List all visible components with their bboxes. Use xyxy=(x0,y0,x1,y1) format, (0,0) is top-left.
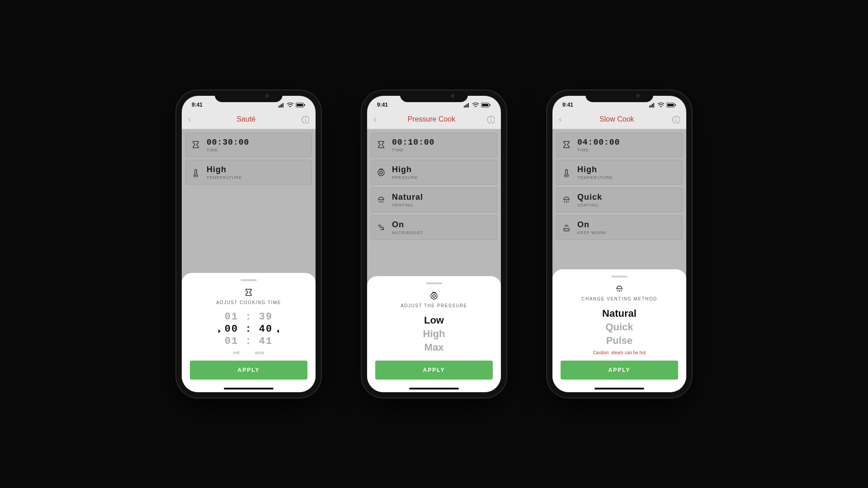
caution-text: Caution: steam can be hot xyxy=(593,350,646,355)
info-button[interactable] xyxy=(672,115,680,123)
device-notch xyxy=(215,90,283,102)
vent-icon xyxy=(377,196,386,205)
phone-slow-cook: 9:41 ‹ Slow Cook 04:00:00 TIME xyxy=(547,90,692,398)
home-indicator[interactable] xyxy=(594,388,644,389)
setting-value: On xyxy=(577,220,606,230)
setting-value: 00:30:00 xyxy=(207,138,249,147)
setting-time[interactable]: 04:00:00 TIME xyxy=(556,133,683,157)
picker-row: 01 : 41 xyxy=(225,336,273,347)
setting-venting[interactable]: Quick VENTING xyxy=(556,188,683,212)
setting-label: KEEP WARM xyxy=(577,230,606,235)
setting-value: High xyxy=(392,165,418,174)
option-item[interactable]: Pulse xyxy=(606,335,633,347)
setting-time[interactable]: 00:10:00 TIME xyxy=(371,133,497,157)
keep-warm-icon xyxy=(562,223,571,232)
apply-button[interactable]: APPLY xyxy=(375,361,493,380)
signal-icon xyxy=(649,102,656,108)
hourglass-icon xyxy=(377,141,386,150)
option-item[interactable]: Quick xyxy=(605,321,633,333)
bottom-sheet: CHANGE VENTING METHOD Natural Quick Puls… xyxy=(552,269,686,392)
setting-value: High xyxy=(207,165,242,174)
page-title: Sauté xyxy=(236,115,255,123)
status-time: 9:41 xyxy=(377,102,388,108)
option-picker[interactable]: Low High Max xyxy=(423,314,445,353)
wifi-icon xyxy=(287,102,294,108)
setting-label: TIME xyxy=(392,148,434,152)
setting-label: TIME xyxy=(577,148,620,152)
page-title: Slow Cook xyxy=(599,115,634,123)
option-picker[interactable]: Natural Quick Pulse xyxy=(602,308,637,347)
wifi-icon xyxy=(472,102,479,108)
vent-icon xyxy=(615,285,624,294)
setting-label: TEMPERATURE xyxy=(207,175,242,180)
setting-keep-warm[interactable]: On KEEP WARM xyxy=(556,215,683,240)
setting-value: Quick xyxy=(577,192,602,202)
nav-bar: ‹ Sauté xyxy=(182,111,316,129)
setting-value: 04:00:00 xyxy=(577,138,620,147)
battery-icon xyxy=(481,102,491,108)
home-indicator[interactable] xyxy=(409,388,459,389)
setting-time[interactable]: 00:30:00 TIME xyxy=(185,133,312,157)
sheet-title: ADJUST THE PRESSURE xyxy=(401,303,467,308)
sheet-grabber[interactable] xyxy=(426,282,442,284)
battery-icon xyxy=(296,102,306,108)
device-notch xyxy=(400,90,468,102)
hourglass-icon xyxy=(191,141,200,150)
phone-saute: 9:41 ‹ Sauté 00:30:00 TIME xyxy=(176,90,321,398)
back-button[interactable]: ‹ xyxy=(373,114,377,124)
battery-icon xyxy=(666,102,676,108)
setting-label: PRESSURE xyxy=(392,175,418,180)
sheet-grabber[interactable] xyxy=(611,276,627,277)
thermometer-icon xyxy=(191,168,200,177)
option-item[interactable]: High xyxy=(423,328,445,340)
setting-label: VENTING xyxy=(392,203,423,207)
setting-value: High xyxy=(577,165,613,174)
apply-button[interactable]: APPLY xyxy=(561,361,678,380)
setting-label: TIME xyxy=(207,148,249,152)
pressure-icon xyxy=(429,291,439,300)
sheet-title: CHANGE VENTING METHOD xyxy=(581,296,657,301)
sheet-grabber[interactable] xyxy=(241,279,257,281)
setting-label: TEMPERATURE xyxy=(577,175,613,180)
nutriboost-icon xyxy=(377,223,386,232)
back-button[interactable]: ‹ xyxy=(559,114,562,124)
picker-unit-labels: HR MIN xyxy=(233,351,264,355)
signal-icon xyxy=(278,102,285,108)
signal-icon xyxy=(464,102,470,108)
setting-nutriboost[interactable]: On NUTRIBOOST xyxy=(371,215,497,240)
apply-button[interactable]: APPLY xyxy=(190,361,307,380)
back-button[interactable]: ‹ xyxy=(188,114,191,124)
setting-pressure[interactable]: High PRESSURE xyxy=(371,160,497,185)
option-item[interactable]: Natural xyxy=(602,308,637,319)
status-time: 9:41 xyxy=(192,102,203,108)
bottom-sheet: ADJUST THE PRESSURE Low High Max APPLY xyxy=(367,276,501,392)
setting-value: On xyxy=(392,220,423,230)
setting-venting[interactable]: Natural VENTING xyxy=(371,188,497,212)
home-indicator[interactable] xyxy=(224,388,274,389)
phone-pressure-cook: 9:41 ‹ Pressure Cook 00:10:00 TIME xyxy=(362,90,506,398)
device-notch xyxy=(585,90,653,102)
bottom-sheet: ADJUST COOKING TIME 01 : 39 00 : 40 01 :… xyxy=(182,273,316,392)
info-button[interactable] xyxy=(486,115,495,123)
nav-bar: ‹ Slow Cook xyxy=(552,111,686,129)
nav-bar: ‹ Pressure Cook xyxy=(367,111,501,129)
thermometer-icon xyxy=(562,168,571,177)
vent-icon xyxy=(562,196,571,205)
hourglass-icon xyxy=(562,141,571,150)
setting-value: Natural xyxy=(392,192,423,202)
option-item[interactable]: Max xyxy=(425,342,444,353)
setting-label: VENTING xyxy=(577,203,602,207)
setting-temperature[interactable]: High TEMPERATURE xyxy=(185,160,312,185)
page-title: Pressure Cook xyxy=(407,115,455,123)
setting-label: NUTRIBOOST xyxy=(392,230,423,235)
pressure-icon xyxy=(377,168,386,177)
time-picker[interactable]: 01 : 39 00 : 40 01 : 41 xyxy=(225,311,273,347)
setting-value: 00:10:00 xyxy=(392,138,434,147)
wifi-icon xyxy=(657,102,665,108)
info-button[interactable] xyxy=(301,115,309,123)
option-item[interactable]: Low xyxy=(424,314,444,326)
picker-row: 01 : 39 xyxy=(225,311,273,323)
setting-temperature[interactable]: High TEMPERATURE xyxy=(556,160,683,185)
sheet-title: ADJUST COOKING TIME xyxy=(216,300,281,305)
hourglass-icon xyxy=(244,288,253,297)
